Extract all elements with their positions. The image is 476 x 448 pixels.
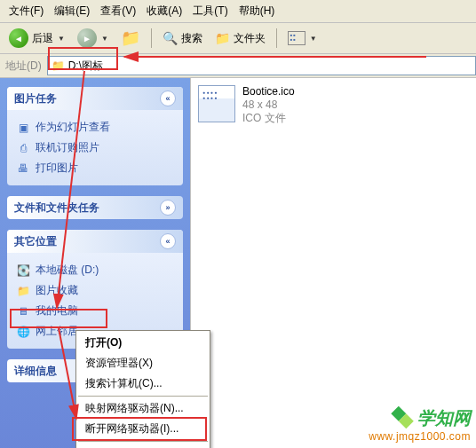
menu-bar: 文件(F) 编辑(E) 查看(V) 收藏(A) 工具(T) 帮助(H) (0, 0, 476, 23)
search-label: 搜索 (181, 31, 202, 46)
address-value: D:\图标 (68, 59, 103, 74)
folder-icon: 📁 (215, 31, 230, 45)
file-folder-tasks-title: 文件和文件夹任务 (14, 200, 99, 216)
picture-tasks-list: ▣ 作为幻灯片查看 ⎙ 联机订购照片 🖶 打印图片 (7, 110, 183, 185)
computer-icon: 🖥 (16, 305, 30, 318)
other-places-header[interactable]: 其它位置 « (7, 230, 183, 253)
forward-button[interactable]: ▼ (74, 27, 112, 50)
task-order-prints[interactable]: ⎙ 联机订购照片 (16, 138, 174, 158)
task-print[interactable]: 🖶 打印图片 (16, 158, 174, 178)
file-dimensions: 48 x 48 (242, 98, 295, 112)
file-item[interactable]: Bootice.ico 48 x 48 ICO 文件 (198, 85, 469, 125)
menu-fav[interactable]: 收藏(A) (141, 2, 187, 20)
ctx-explorer[interactable]: 资源管理器(X) (78, 353, 208, 373)
ico-file-icon (198, 85, 235, 122)
separator (78, 441, 208, 442)
folder-icon: 📁 (16, 285, 30, 297)
back-label: 后退 (32, 31, 53, 46)
task-label: 联机订购照片 (36, 140, 99, 155)
search-button[interactable]: 🔍 搜索 (159, 29, 206, 48)
collapse-icon: « (160, 233, 176, 249)
watermark-url: www.jmqz1000.com (369, 430, 471, 443)
up-button[interactable]: 📁 (117, 27, 144, 50)
place-label: 网上邻居 (36, 324, 78, 339)
place-label: 本地磁盘 (D:) (36, 263, 99, 278)
separator (78, 396, 208, 397)
main-area: 图片任务 « ▣ 作为幻灯片查看 ⎙ 联机订购照片 🖶 打印图片 (0, 78, 476, 448)
ctx-search[interactable]: 搜索计算机(C)... (78, 373, 208, 394)
folder-icon: 📁 (52, 59, 65, 72)
folders-button[interactable]: 📁 文件夹 (211, 29, 269, 48)
separator (151, 28, 152, 48)
content-pane[interactable]: Bootice.ico 48 x 48 ICO 文件 (190, 78, 476, 448)
place-pic-fav[interactable]: 📁 图片收藏 (16, 280, 174, 301)
file-meta: Bootice.ico 48 x 48 ICO 文件 (242, 85, 295, 125)
chevron-down-icon: ▼ (101, 35, 108, 43)
collapse-icon: « (160, 90, 176, 106)
watermark-name: 学知网 (417, 406, 471, 430)
task-label: 打印图片 (36, 161, 78, 176)
printer-icon: 🖶 (16, 162, 30, 175)
file-type: ICO 文件 (242, 112, 295, 125)
picture-tasks-title: 图片任务 (14, 91, 57, 106)
ctx-open[interactable]: 打开(O) (78, 333, 208, 353)
views-button[interactable]: ▼ (284, 29, 321, 47)
forward-icon (77, 28, 97, 48)
task-label: 作为幻灯片查看 (36, 120, 110, 135)
views-icon (288, 31, 305, 45)
address-bar: 地址(D) 📁 D:\图标 (0, 54, 476, 78)
details-title: 详细信息 (14, 364, 57, 379)
separator (276, 28, 277, 48)
place-label: 图片收藏 (36, 283, 78, 298)
cart-icon: ⎙ (16, 142, 30, 154)
expand-icon: » (160, 200, 176, 216)
watermark-logo (389, 406, 414, 431)
back-button[interactable]: 后退 ▼ (5, 27, 68, 50)
toolbar: 后退 ▼ ▼ 📁 🔍 搜索 📁 文件夹 ▼ (0, 23, 476, 54)
menu-help[interactable]: 帮助(H) (234, 2, 281, 20)
other-places-title: 其它位置 (14, 234, 57, 249)
network-icon: 🌐 (16, 326, 30, 338)
chevron-down-icon: ▼ (310, 35, 317, 43)
address-label: 地址(D) (0, 59, 47, 74)
folder-up-icon: 📁 (121, 28, 140, 48)
chevron-down-icon: ▼ (58, 35, 65, 43)
ctx-properties[interactable]: 属性(R) (78, 444, 208, 448)
ctx-map-drive[interactable]: 映射网络驱动器(N)... (78, 398, 208, 419)
file-folder-tasks: 文件和文件夹任务 » (7, 196, 183, 219)
task-slideshow[interactable]: ▣ 作为幻灯片查看 (16, 117, 174, 138)
place-my-computer[interactable]: 🖥 我的电脑 (16, 301, 174, 321)
drive-icon: 💽 (16, 264, 30, 277)
folders-label: 文件夹 (234, 31, 266, 46)
file-name: Bootice.ico (242, 85, 295, 98)
ctx-unmap-drive[interactable]: 断开网络驱动器(I)... (78, 419, 208, 439)
slideshow-icon: ▣ (16, 122, 30, 134)
picture-tasks-header[interactable]: 图片任务 « (7, 87, 183, 110)
menu-view[interactable]: 查看(V) (95, 2, 141, 20)
menu-file[interactable]: 文件(F) (4, 2, 49, 20)
watermark: 学知网 www.jmqz1000.com (369, 406, 471, 443)
menu-edit[interactable]: 编辑(E) (49, 2, 95, 20)
context-menu: 打开(O) 资源管理器(X) 搜索计算机(C)... 映射网络驱动器(N)...… (75, 330, 210, 448)
search-icon: 🔍 (163, 31, 178, 45)
address-field[interactable]: 📁 D:\图标 (47, 56, 476, 75)
place-local-disk[interactable]: 💽 本地磁盘 (D:) (16, 260, 174, 280)
back-icon (9, 28, 28, 48)
place-label: 我的电脑 (36, 303, 78, 318)
picture-tasks: 图片任务 « ▣ 作为幻灯片查看 ⎙ 联机订购照片 🖶 打印图片 (7, 87, 183, 185)
file-folder-tasks-header[interactable]: 文件和文件夹任务 » (7, 196, 183, 219)
menu-tools[interactable]: 工具(T) (187, 2, 233, 20)
